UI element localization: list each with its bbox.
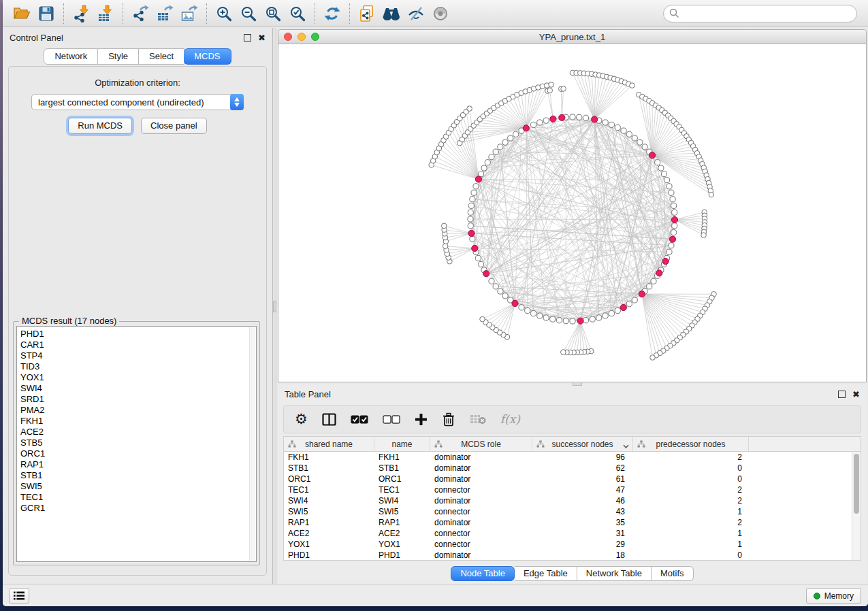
mcds-result-item[interactable]: SRD1: [20, 394, 256, 405]
zoom-out-button[interactable]: [236, 3, 261, 24]
trash-icon: [442, 412, 455, 427]
clone-network-button[interactable]: [355, 3, 379, 24]
optimization-criterion-select[interactable]: largest connected component (undirected): [31, 94, 244, 110]
save-session-button[interactable]: [34, 3, 59, 24]
deselect-all-button[interactable]: [383, 409, 400, 429]
hide-graphics-details-button[interactable]: [404, 3, 428, 24]
run-mcds-button[interactable]: Run MCDS: [68, 118, 132, 134]
mcds-result-item[interactable]: SWI5: [20, 481, 256, 492]
toolbar-separator: [63, 3, 64, 24]
float-panel-icon[interactable]: [244, 34, 251, 42]
result-list-scrollbar[interactable]: [249, 327, 255, 561]
table-row[interactable]: SWI4SWI4dominator462: [284, 495, 861, 506]
column-header-shared-name[interactable]: shared name: [284, 437, 374, 451]
mcds-result-item[interactable]: STB1: [20, 470, 256, 481]
find-network-button[interactable]: [379, 3, 404, 24]
zoom-selected-button[interactable]: [285, 3, 310, 24]
float-panel-icon[interactable]: [838, 391, 846, 398]
tab-node-table[interactable]: Node Table: [451, 566, 515, 581]
close-panel-button[interactable]: Close panel: [141, 118, 207, 134]
import-network-icon: [72, 5, 90, 22]
table-row[interactable]: SWI5SWI5connector431: [284, 506, 861, 517]
table-row[interactable]: RAP1RAP1dominator352: [284, 517, 861, 528]
tab-style[interactable]: Style: [98, 48, 139, 65]
mcds-result-item[interactable]: STP4: [20, 350, 256, 361]
import-network-button[interactable]: [69, 3, 93, 24]
table-cell: SWI4: [374, 495, 430, 506]
search-input[interactable]: [684, 9, 851, 18]
column-header-successor-nodes[interactable]: successor nodes: [532, 437, 633, 451]
tab-motifs[interactable]: Motifs: [652, 566, 694, 581]
mcds-result-item[interactable]: ACE2: [20, 427, 256, 437]
table-body: FKH1FKH1dominator962STB1STB1dominator620…: [284, 452, 861, 561]
zoom-selected-icon: [289, 5, 306, 22]
table-row[interactable]: FKH1FKH1dominator962: [284, 452, 861, 463]
table-settings-button[interactable]: ⚙: [295, 409, 308, 429]
level-of-detail-button[interactable]: [428, 3, 453, 24]
mcds-result-item[interactable]: RAP1: [20, 459, 256, 470]
zoom-fit-button[interactable]: [261, 3, 285, 24]
mcds-result-item[interactable]: YOX1: [20, 372, 256, 383]
close-panel-icon[interactable]: ✖: [852, 391, 860, 398]
mcds-result-item[interactable]: TEC1: [20, 492, 256, 503]
close-panel-icon[interactable]: ✖: [258, 34, 266, 42]
create-column-button[interactable]: [415, 409, 428, 429]
export-network-button[interactable]: [128, 3, 152, 24]
table-row[interactable]: TEC1TEC1connector472: [284, 484, 861, 495]
memory-button[interactable]: Memory: [806, 588, 861, 604]
eye-slash-icon: [407, 5, 425, 22]
export-image-icon: [180, 5, 198, 22]
table-row[interactable]: ORC1ORC1dominator610: [284, 474, 861, 484]
table-cell: TEC1: [374, 484, 430, 495]
table-cell: RAP1: [374, 517, 430, 528]
apply-layout-button[interactable]: [320, 3, 344, 24]
delete-column-button[interactable]: [442, 409, 455, 429]
import-table-icon: [97, 5, 114, 22]
table-cell: SWI5: [374, 506, 430, 517]
table-scrollbar[interactable]: [852, 452, 861, 560]
panel-menu-button[interactable]: [9, 588, 29, 604]
export-image-button[interactable]: [177, 3, 202, 24]
network-canvas[interactable]: [278, 45, 866, 382]
toolbar-separator: [123, 3, 123, 24]
control-panel-titlebar: Control Panel ✖: [3, 28, 272, 47]
zoom-in-button[interactable]: [212, 3, 236, 24]
table-cell: 0: [633, 550, 749, 561]
select-all-button[interactable]: [351, 409, 368, 429]
mcds-result-item[interactable]: PHD1: [20, 329, 256, 340]
tab-edge-table[interactable]: Edge Table: [515, 566, 577, 581]
mcds-result-list[interactable]: PHD1CAR1STP4TID3YOX1SWI4SRD1PMA2FKH1ACE2…: [16, 326, 257, 562]
tab-network-table[interactable]: Network Table: [577, 566, 652, 581]
tab-mcds[interactable]: MCDS: [184, 48, 231, 65]
table-cell: 2: [633, 484, 749, 495]
table-row[interactable]: STB1STB1dominator620: [284, 463, 861, 474]
mcds-result-item[interactable]: CAR1: [20, 340, 256, 350]
mcds-result-item[interactable]: STB5: [20, 437, 256, 448]
column-header-predecessor-nodes[interactable]: predecessor nodes: [633, 437, 749, 451]
open-file-button[interactable]: [10, 3, 34, 24]
selected-criterion: largest connected component (undirected): [32, 97, 204, 108]
table-row[interactable]: PHD1PHD1dominator180: [284, 550, 861, 561]
mcds-result-item[interactable]: FKH1: [20, 416, 256, 427]
mcds-result-item[interactable]: SWI4: [20, 383, 256, 394]
horizontal-splitter-grip[interactable]: [573, 382, 582, 386]
import-table-button[interactable]: [93, 3, 118, 24]
table-cell: 0: [633, 463, 749, 474]
mcds-result-groupbox: MCDS result (17 nodes) PHD1CAR1STP4TID3Y…: [13, 321, 260, 565]
export-table-icon: [156, 5, 174, 22]
column-header-MCDS-role[interactable]: MCDS role: [430, 437, 532, 451]
scrollbar-thumb[interactable]: [854, 454, 859, 514]
show-columns-button[interactable]: [322, 409, 336, 429]
tab-select[interactable]: Select: [139, 48, 184, 65]
table-row[interactable]: ACE2ACE2connector311: [284, 528, 861, 539]
mcds-result-item[interactable]: GCR1: [20, 503, 256, 514]
column-header-name[interactable]: name: [374, 437, 430, 451]
toolbar-separator: [315, 3, 315, 24]
mcds-result-item[interactable]: PMA2: [20, 405, 256, 416]
mcds-result-item[interactable]: ORC1: [20, 448, 256, 459]
tab-network[interactable]: Network: [44, 48, 98, 65]
export-table-button[interactable]: [152, 3, 177, 24]
table-row[interactable]: YOX1YOX1connector291: [284, 539, 861, 550]
mcds-result-item[interactable]: TID3: [20, 361, 256, 372]
toolbar-separator: [206, 3, 207, 24]
